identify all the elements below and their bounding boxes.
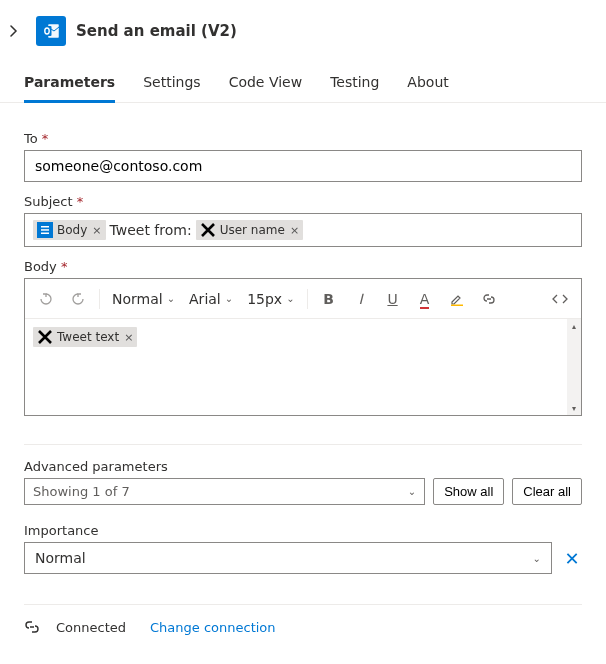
username-token-label: User name	[220, 223, 285, 237]
italic-button[interactable]: I	[348, 285, 374, 313]
tab-about[interactable]: About	[407, 68, 448, 103]
tab-code-view[interactable]: Code View	[229, 68, 303, 103]
card-title: Send an email (V2)	[76, 22, 237, 40]
remove-importance-button[interactable]: ✕	[562, 548, 582, 569]
body-token-icon	[37, 222, 53, 238]
svg-rect-5	[41, 229, 49, 231]
svg-rect-4	[41, 226, 49, 228]
body-token-label: Body	[57, 223, 87, 237]
tab-settings[interactable]: Settings	[143, 68, 200, 103]
rte-scrollbar[interactable]: ▴ ▾	[567, 319, 581, 415]
svg-rect-7	[451, 304, 463, 306]
connection-icon	[24, 619, 42, 635]
tab-parameters[interactable]: Parameters	[24, 68, 115, 103]
importance-select[interactable]: Normal ⌄	[24, 542, 552, 574]
scroll-down-button[interactable]: ▾	[567, 401, 581, 415]
chevron-down-icon: ⌄	[225, 293, 233, 304]
tweet-text-token[interactable]: Tweet text ×	[33, 327, 137, 347]
chevron-down-icon: ⌄	[167, 293, 175, 304]
connection-status: Connected	[56, 620, 126, 635]
body-editor: Normal⌄ Arial⌄ 15px⌄ B I U A	[24, 278, 582, 416]
to-input[interactable]	[24, 150, 582, 182]
highlight-button[interactable]	[444, 285, 470, 313]
chevron-down-icon: ⌄	[533, 553, 541, 564]
to-label: To	[24, 131, 582, 146]
footer-bar: Connected Change connection	[0, 605, 606, 653]
outlook-icon	[36, 16, 66, 46]
x-logo-icon	[200, 222, 216, 238]
advanced-select[interactable]: Showing 1 of 7 ⌄	[24, 478, 425, 505]
svg-rect-6	[41, 233, 49, 235]
redo-button[interactable]	[65, 285, 91, 313]
code-view-toggle[interactable]	[547, 285, 573, 313]
tab-testing[interactable]: Testing	[330, 68, 379, 103]
subject-static-text: Tweet from:	[110, 222, 192, 238]
scroll-up-button[interactable]: ▴	[567, 319, 581, 333]
body-token-remove[interactable]: ×	[92, 224, 101, 237]
username-token-remove[interactable]: ×	[290, 224, 299, 237]
rte-content[interactable]: Tweet text × ▴ ▾	[25, 319, 581, 415]
chevron-down-icon: ⌄	[286, 293, 294, 304]
tabs-bar: Parameters Settings Code View Testing Ab…	[0, 50, 606, 103]
underline-button[interactable]: U	[380, 285, 406, 313]
subject-input[interactable]: Body × Tweet from: User name ×	[24, 213, 582, 247]
clear-all-button[interactable]: Clear all	[512, 478, 582, 505]
tweet-text-token-label: Tweet text	[57, 330, 119, 344]
card-header: Send an email (V2)	[0, 0, 606, 50]
x-logo-icon	[37, 329, 53, 345]
tweet-text-token-remove[interactable]: ×	[124, 331, 133, 344]
body-label: Body	[24, 259, 582, 274]
body-token[interactable]: Body ×	[33, 220, 106, 240]
show-all-button[interactable]: Show all	[433, 478, 504, 505]
advanced-label: Advanced parameters	[24, 459, 582, 474]
rte-toolbar: Normal⌄ Arial⌄ 15px⌄ B I U A	[25, 279, 581, 319]
bold-button[interactable]: B	[316, 285, 342, 313]
toolbar-separator	[99, 289, 100, 309]
chevron-down-icon: ⌄	[408, 486, 416, 497]
undo-button[interactable]	[33, 285, 59, 313]
font-size-select[interactable]: 15px⌄	[243, 291, 298, 307]
collapse-chevron[interactable]	[8, 25, 26, 37]
section-divider	[24, 444, 582, 445]
font-family-select[interactable]: Arial⌄	[185, 291, 237, 307]
username-token[interactable]: User name ×	[196, 220, 303, 240]
to-input-field[interactable]	[33, 157, 573, 175]
font-style-select[interactable]: Normal⌄	[108, 291, 179, 307]
importance-label: Importance	[24, 523, 582, 538]
change-connection-link[interactable]: Change connection	[150, 620, 276, 635]
link-button[interactable]	[476, 285, 502, 313]
font-color-button[interactable]: A	[412, 285, 438, 313]
subject-label: Subject	[24, 194, 582, 209]
toolbar-separator	[307, 289, 308, 309]
